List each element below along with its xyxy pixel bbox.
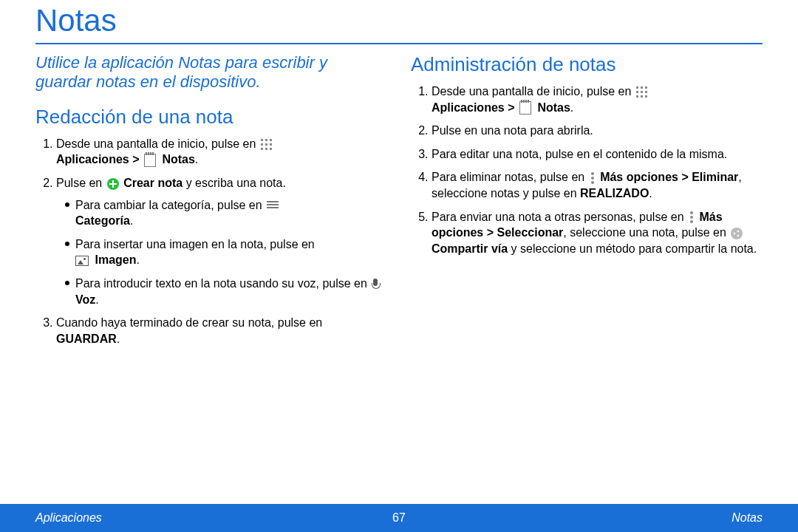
step-r5: Para enviar una nota a otras personas, p… [432, 209, 763, 257]
heading-redaccion: Redacción de una nota [35, 106, 387, 129]
share-icon [731, 228, 743, 239]
footer-right: Notas [732, 511, 763, 525]
step-r3: Para editar una nota, pulse en el conten… [432, 146, 763, 163]
mic-icon [372, 279, 379, 290]
text-bold: Aplicaciones > [432, 101, 518, 114]
text-bold: Voz [75, 293, 95, 306]
text-bold: Compartir vía [432, 242, 508, 255]
more-icon [689, 211, 694, 223]
step-2: Pulse en Crear nota y escriba una nota. … [56, 175, 387, 307]
step-r2: Pulse en una nota para abrirla. [432, 123, 763, 139]
text: Para introducir texto en la nota usando … [75, 277, 370, 290]
text-bold: Crear nota [123, 177, 183, 189]
text-bold: Categoría [75, 214, 130, 227]
text-bold: Notas [162, 153, 194, 166]
column-right: Administración de notas Desde una pantal… [411, 53, 763, 354]
footer-left: Aplicaciones [35, 511, 102, 525]
text: Para eliminar notas, pulse en [432, 171, 588, 183]
text: Para cambiar la categoría, pulse en [75, 199, 265, 211]
image-icon [75, 256, 89, 266]
column-left: Utilice la aplicación Notas para escribi… [35, 53, 387, 354]
text: Para insertar una imagen en la nota, pul… [75, 238, 315, 250]
text-bold: Notas [537, 101, 570, 114]
step-r4: Para eliminar notas, pulse en Más opcion… [432, 169, 763, 201]
text-bold: Imagen [95, 253, 136, 266]
apps-icon [636, 86, 647, 98]
text: , seleccione una nota, pulse en [563, 226, 729, 239]
list-icon [267, 201, 279, 210]
substeps: Para cambiar la categoría, pulse en Cate… [56, 197, 387, 308]
steps-left: Desde una pantalla de inicio, pulse en A… [35, 136, 387, 347]
text-bold: Aplicaciones > [56, 153, 143, 166]
substep-category: Para cambiar la categoría, pulse en Cate… [65, 197, 387, 229]
text-bold: REALIZADO [580, 187, 649, 200]
page-title: Notas [35, 3, 763, 44]
text-bold: GUARDAR [56, 332, 117, 345]
text: Para enviar una nota a otras personas, p… [432, 211, 687, 223]
intro-text: Utilice la aplicación Notas para escribi… [35, 53, 387, 92]
substep-voice: Para introducir texto en la nota usando … [65, 276, 387, 307]
text: y escriba una nota. [186, 177, 286, 189]
apps-icon [261, 139, 272, 150]
more-icon [590, 172, 595, 184]
steps-right: Desde una pantalla de inicio, pulse en A… [411, 83, 763, 256]
text: Desde una pantalla de inicio, pulse en [432, 85, 635, 98]
memo-icon [144, 154, 156, 167]
step-3: Cuando haya terminado de crear su nota, … [56, 315, 387, 347]
text: Cuando haya terminado de crear su nota, … [56, 316, 322, 329]
plus-icon [107, 178, 119, 190]
memo-icon [519, 101, 531, 115]
step-r1: Desde una pantalla de inicio, pulse en A… [432, 83, 763, 115]
footer-bar: Aplicaciones 67 Notas [0, 504, 798, 532]
footer-page-number: 67 [392, 511, 406, 525]
text: y seleccione un método para compartir la… [508, 242, 757, 255]
text: Desde una pantalla de inicio, pulse en [56, 137, 259, 150]
text-bold: Más opciones > Eliminar [600, 171, 738, 183]
substep-image: Para insertar una imagen en la nota, pul… [65, 236, 387, 268]
text: Pulse en [56, 177, 106, 189]
heading-administracion: Administración de notas [411, 53, 763, 76]
step-1: Desde una pantalla de inicio, pulse en A… [56, 136, 387, 168]
